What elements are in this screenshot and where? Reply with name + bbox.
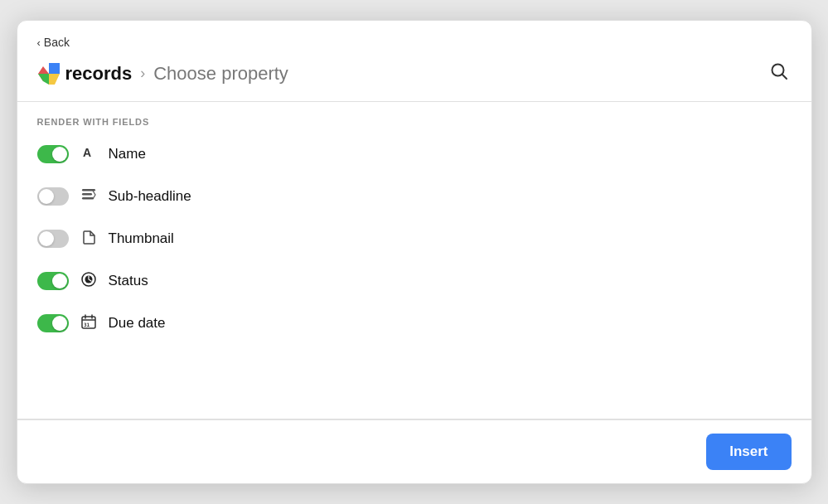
toggle-due-date[interactable] (37, 314, 69, 332)
breadcrumb-subtitle: Choose property (153, 63, 288, 85)
fields-list[interactable]: AName Sub-headline Thumbnail Status 31 D… (17, 133, 811, 419)
back-label: Back (44, 36, 70, 49)
svg-rect-8 (82, 193, 92, 196)
app-icon (37, 62, 61, 85)
field-item-sub-headline: Sub-headline (37, 176, 792, 218)
toggle-thumbnail[interactable] (37, 230, 69, 248)
field-label-name: Name (109, 146, 146, 162)
field-icon-sub-headline (80, 187, 97, 206)
content-area: RENDER WITH FIELDS AName Sub-headline Th… (17, 102, 811, 419)
insert-button[interactable]: Insert (706, 434, 791, 470)
dialog: ‹ Back records (17, 20, 812, 484)
back-button[interactable]: ‹ Back (37, 36, 70, 49)
svg-marker-2 (49, 74, 60, 85)
field-icon-due-date: 31 (80, 314, 97, 332)
field-icon-thumbnail (80, 230, 97, 248)
breadcrumb-title: records (65, 63, 133, 85)
svg-text:A: A (83, 146, 91, 159)
toggle-sub-headline[interactable] (37, 187, 69, 206)
breadcrumb-separator: › (140, 65, 145, 82)
field-label-thumbnail: Thumbnail (109, 230, 174, 247)
toggle-status[interactable] (37, 272, 69, 290)
field-item-status: Status (37, 260, 792, 303)
svg-marker-3 (38, 74, 49, 85)
svg-text:31: 31 (84, 322, 90, 327)
search-button[interactable] (767, 59, 792, 88)
search-icon (770, 62, 788, 80)
field-label-status: Status (109, 273, 148, 289)
field-icon-status (80, 272, 97, 290)
field-icon-name: A (80, 145, 97, 163)
svg-line-5 (782, 75, 787, 80)
field-item-thumbnail: Thumbnail (37, 218, 792, 260)
field-label-sub-headline: Sub-headline (109, 188, 191, 205)
field-label-due-date: Due date (109, 315, 166, 332)
breadcrumb-row: records › Choose property (37, 59, 792, 101)
section-label: RENDER WITH FIELDS (17, 102, 811, 133)
field-item-due-date: 31 Due date (37, 303, 792, 345)
dialog-footer: Insert (17, 419, 811, 483)
toggle-name[interactable] (37, 145, 69, 163)
svg-marker-1 (49, 63, 60, 74)
dialog-header: ‹ Back records (17, 21, 811, 101)
field-item-name: AName (37, 133, 792, 176)
svg-rect-9 (82, 197, 94, 200)
breadcrumb: records › Choose property (37, 62, 288, 85)
back-chevron-icon: ‹ (37, 36, 41, 49)
